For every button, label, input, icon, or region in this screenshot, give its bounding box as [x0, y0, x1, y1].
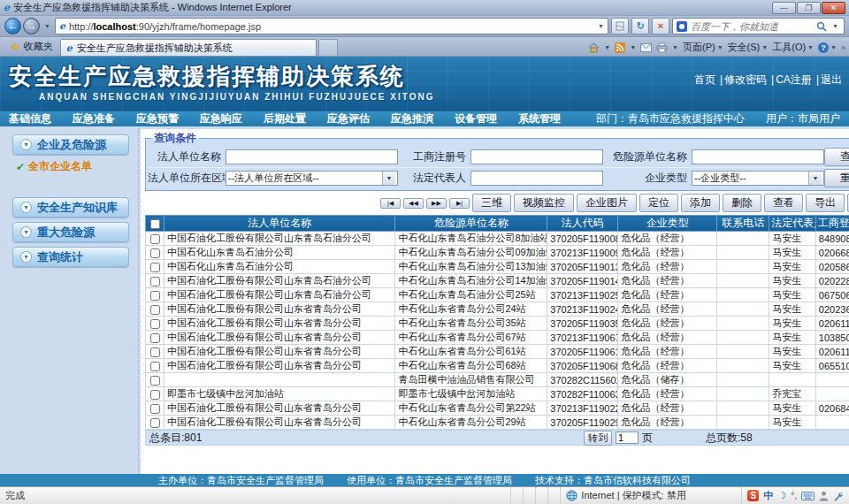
read-mail-icon[interactable]	[640, 43, 652, 52]
toolbar-button-export[interactable]: 导出	[806, 194, 845, 212]
table-row[interactable]: 中国石油化工股份有限公司山东省青岛分公司中石化山东省青岛分公司35站370205…	[146, 317, 849, 331]
region-select[interactable]: --法人单位所在区域--▼	[226, 171, 398, 186]
row-checkbox[interactable]	[150, 376, 160, 386]
nav-item-emergency-preparation[interactable]: 应急准备	[73, 111, 115, 126]
enterprise-type-select[interactable]: --企业类型--▼	[692, 171, 824, 186]
table-row[interactable]: 中国石油化工股份有限公司山东省青岛分公司中石化山东省青岛分公司第22站37021…	[146, 401, 849, 416]
legal-rep-input[interactable]	[470, 171, 603, 186]
hazard-name-input[interactable]	[692, 149, 824, 164]
header-link-logout[interactable]: 退出	[812, 73, 842, 88]
row-checkbox[interactable]	[150, 404, 160, 414]
sogou-icon[interactable]: S	[747, 490, 759, 501]
nav-item-system-management[interactable]: 系统管理	[518, 111, 561, 126]
compatibility-view-button[interactable]	[611, 18, 629, 34]
toolbar-button-3d[interactable]: 三维	[472, 194, 511, 212]
maximize-button[interactable]: ❐	[797, 2, 821, 14]
table-row[interactable]: 中国石油化工股份有限公司山东省青岛分公司中石化山东省青岛分公司61站370205…	[146, 345, 849, 359]
pager-next-button[interactable]: ▶▶	[426, 198, 447, 209]
header-link-change-password[interactable]: 修改密码	[715, 73, 767, 88]
row-checkbox[interactable]	[150, 263, 160, 272]
search-engine-dropdown-icon[interactable]: ▼	[832, 23, 838, 29]
print-icon[interactable]	[656, 42, 668, 53]
row-checkbox[interactable]	[150, 347, 160, 357]
table-row[interactable]: 中国石油化工股份有限公司山东青岛石油分公司中石化山东青岛石油分公司8加油站370…	[146, 232, 849, 246]
nav-item-basic-info[interactable]: 基础信息	[9, 111, 51, 126]
goto-page-button[interactable]: 转到	[584, 431, 612, 446]
half-width-moon-icon[interactable]: ☽	[777, 490, 786, 501]
nav-item-emergency-response[interactable]: 应急响应	[200, 111, 242, 126]
nav-item-emergency-drill[interactable]: 应急推演	[391, 111, 433, 126]
search-button[interactable]: 查询	[824, 148, 849, 166]
toolbar-button-video-monitor[interactable]: 视频监控	[514, 194, 574, 212]
page-number-input[interactable]	[616, 431, 639, 444]
row-checkbox[interactable]	[150, 277, 160, 286]
table-row[interactable]: 即墨市七级镇中岔河加油站即墨市七级镇中岔河加油站370282F110063危化品…	[146, 387, 849, 401]
back-button[interactable]: ←	[4, 18, 21, 34]
active-tab[interactable]: e 安全生产应急救援指挥辅助决策系统	[60, 39, 317, 56]
pager-prev-button[interactable]: ◀◀	[403, 198, 424, 209]
row-checkbox[interactable]	[150, 333, 160, 343]
print-dropdown-icon[interactable]: ▼	[672, 44, 678, 50]
reset-button[interactable]: 重置	[824, 169, 849, 187]
table-row[interactable]: 中国石化山东青岛石油分公司中石化山东青岛石油分公司09加油站370213F119…	[146, 246, 849, 260]
table-row[interactable]: 青岛田横中油油品销售有限公司370282C115602危化品（储存）	[146, 373, 849, 387]
sidebar-panel-enterprise-hazard[interactable]: ▼ 企业及危险源	[12, 134, 129, 155]
favorites-button[interactable]: ★ 收藏夹	[4, 38, 60, 56]
toolbar-button-locate[interactable]: 定位	[639, 194, 678, 212]
sidebar-panel-safety-knowledge[interactable]: ▼ 安全生产知识库	[12, 197, 129, 218]
safety-menu[interactable]: 安全(S)▼	[728, 41, 769, 54]
toolbar-button-delete[interactable]: 删除	[723, 194, 761, 212]
row-checkbox[interactable]	[150, 362, 160, 371]
close-button[interactable]: ✕	[822, 2, 845, 14]
table-row[interactable]: 中国石油化工股份有限公司山东省青岛分公司中石化山东省青岛分公司24站370213…	[146, 302, 849, 317]
header-link-home[interactable]: 首页	[694, 73, 715, 88]
sidebar-panel-query-statistics[interactable]: ▼ 查询统计	[12, 247, 129, 267]
page-menu[interactable]: 页面(P)▼	[683, 41, 723, 54]
nav-item-emergency-assessment[interactable]: 应急评估	[327, 111, 370, 126]
stop-button[interactable]: ✕	[652, 18, 669, 34]
row-checkbox[interactable]	[150, 234, 160, 244]
row-checkbox[interactable]	[150, 319, 160, 329]
toolbar-button-company-photos[interactable]: 企业图片	[577, 194, 637, 212]
refresh-button[interactable]: ↻	[631, 18, 649, 34]
punctuation-icon[interactable]: °,	[791, 491, 797, 500]
keyboard-icon[interactable]	[801, 492, 815, 500]
minimize-button[interactable]: —	[772, 2, 796, 14]
home-dropdown-icon[interactable]: ▼	[604, 44, 610, 50]
chevron-more-icon[interactable]: »	[841, 43, 845, 52]
table-row[interactable]: 中国石化山东青岛石油分公司中石化山东青岛石油分公司13加油站370205F119…	[146, 260, 849, 274]
home-icon[interactable]	[588, 42, 600, 53]
search-icon[interactable]	[816, 21, 827, 32]
nav-item-post-disposal[interactable]: 后期处置	[264, 111, 306, 126]
table-row[interactable]: 中国石油化工股份有限公司山东青岛石油分公司中石化山东青岛石油分公司25站3702…	[146, 288, 849, 302]
row-checkbox[interactable]	[150, 390, 160, 400]
table-row[interactable]: 中国石油化工股份有限公司山东省青岛分公司中石化山东省青岛分公司68站370205…	[146, 359, 849, 373]
select-all-checkbox[interactable]	[150, 219, 160, 229]
sidebar-item-city-enterprise-list[interactable]: ✔ 全市企业名单	[16, 159, 129, 174]
row-checkbox[interactable]	[150, 248, 160, 258]
table-row[interactable]: 中国石油化工股份有限公司山东青岛石油分公司中石化山东青岛石油分公司14加油站37…	[146, 274, 849, 288]
search-input[interactable]	[691, 21, 813, 32]
new-tab-stub[interactable]	[318, 39, 338, 56]
wrench-icon[interactable]	[833, 491, 844, 501]
toolbar-button-add[interactable]: 添加	[681, 194, 720, 212]
chinese-mode-icon[interactable]: 中	[763, 489, 773, 502]
table-row[interactable]: 中国石油化工股份有限公司山东省青岛分公司中石化山东省青岛分公司67站370213…	[146, 331, 849, 345]
table-row[interactable]: 中国石油化工股份有限公司山东省青岛分公司中石化山东省青岛分公司29站370205…	[146, 416, 849, 430]
toolbar-button-view[interactable]: 查看	[764, 194, 803, 212]
search-box[interactable]: ▼	[672, 18, 845, 34]
row-checkbox[interactable]	[150, 291, 160, 301]
business-reg-input[interactable]	[470, 149, 603, 164]
pager-last-button[interactable]: ▶|	[449, 198, 470, 209]
sidebar-panel-major-hazard[interactable]: ▼ 重大危险源	[12, 222, 129, 242]
tools-menu[interactable]: 工具(O)▼	[772, 41, 814, 54]
nav-item-equipment-management[interactable]: 设备管理	[455, 111, 497, 126]
forward-button[interactable]: →	[23, 18, 40, 34]
rss-icon[interactable]	[615, 42, 625, 53]
legal-name-input[interactable]	[226, 149, 398, 164]
feeds-dropdown-icon[interactable]: ▼	[630, 44, 636, 50]
help-menu[interactable]: ?▼	[818, 42, 837, 53]
history-dropdown-icon[interactable]: ▼	[44, 23, 50, 29]
nav-item-emergency-warning[interactable]: 应急预警	[136, 111, 179, 126]
pager-first-button[interactable]: |◀	[380, 198, 401, 209]
